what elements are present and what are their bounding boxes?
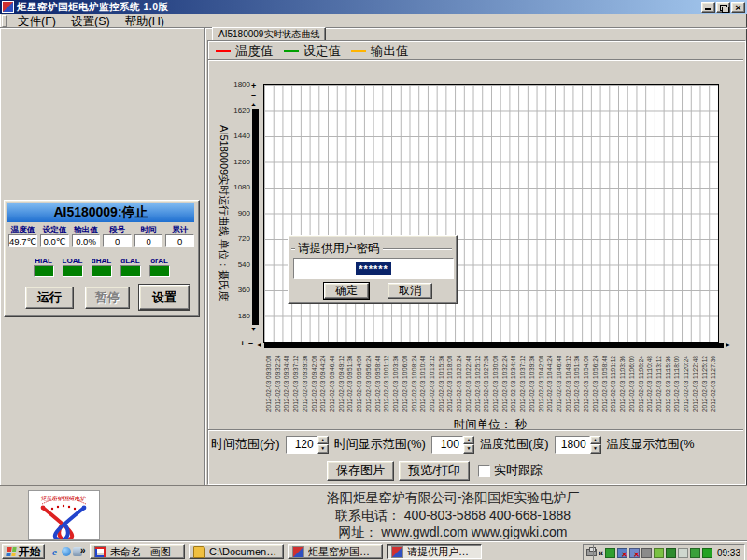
tab-label: AI5180009实时状态曲线 (218, 28, 319, 41)
minimize-button[interactable] (701, 2, 715, 13)
legend-color-dash (284, 50, 299, 52)
sync-icon[interactable] (702, 548, 712, 558)
taskbar-task[interactable]: C:\Documents and Se... (189, 544, 284, 559)
y-scroll-down-icon[interactable]: ▼ (250, 326, 257, 332)
y-scroll-up-icon[interactable]: ▲ (250, 101, 257, 107)
alarm-label: orAL (150, 257, 168, 265)
status-field-value: 0 (165, 234, 194, 247)
x-tick-label: 2012-02-03 10:58:48 (600, 356, 609, 412)
status-panel-title: AI5180009:停止 (7, 203, 194, 222)
x-tick-label: 2012-02-03 09:32:24 (274, 356, 282, 412)
status-field: 时间0 (134, 225, 163, 247)
update-available-icon[interactable] (654, 548, 664, 558)
x-scroll-right-icon[interactable]: ► (725, 342, 731, 348)
alarm-label: LOAL (63, 257, 83, 265)
menu-item[interactable]: 文件(F) (10, 15, 63, 28)
x-tick-label: 2012-02-03 10:10:48 (418, 356, 427, 412)
x-tick-label: 2012-02-03 10:51:36 (572, 356, 581, 412)
quicklaunch-expand-chevron[interactable]: » (80, 545, 86, 555)
start-label: 开始 (19, 544, 41, 560)
spinner-up-icon[interactable]: ▲ (590, 436, 601, 445)
y-tick-label: 1800 (224, 80, 250, 89)
x-zoom-in-button[interactable]: + (240, 340, 245, 348)
y-tick-label: 1440 (224, 132, 250, 140)
removable-drive-icon[interactable] (678, 548, 688, 558)
status-field-label: 时间 (141, 225, 157, 234)
display-error-icon[interactable]: ✕ (629, 548, 640, 558)
x-tick-label: 2012-02-03 10:18:00 (445, 356, 454, 412)
menu-item[interactable]: 帮助(H) (118, 15, 172, 28)
x-tick-label: 2012-02-03 11:18:00 (672, 356, 681, 412)
status-field: 输出值0.0% (72, 225, 101, 247)
close-button[interactable]: × (731, 2, 745, 13)
taskbar-task-label: C:\Documents and Se... (209, 546, 279, 557)
y-tick-label: 720 (224, 234, 250, 243)
x-tick-label: 2012-02-03 10:15:36 (437, 356, 445, 412)
start-button[interactable]: 开始 (2, 544, 45, 559)
save-image-button[interactable]: 保存图片 (327, 461, 394, 481)
alarm-indicator: dHAL (92, 257, 112, 277)
network-monitors-icon[interactable] (690, 548, 700, 558)
taskbar-task[interactable]: 请提供用户密码 (387, 544, 482, 559)
x-tick-label: 2012-02-03 10:27:36 (482, 356, 490, 412)
setup-button[interactable]: 设置 (139, 285, 190, 310)
company-name: 洛阳炬星窑炉有限公司-洛阳国炬实验电炉厂 (168, 489, 738, 507)
x-tick-label: 2012-02-03 10:30:00 (491, 356, 500, 412)
pause-button[interactable]: 暂停 (85, 287, 130, 309)
status-field-value: 0.0% (72, 234, 101, 247)
x-tick-label: 2012-02-03 11:01:12 (609, 356, 617, 412)
app-window: 炬星窑炉国炬电炉监控系统 1.0版 × 文件(F)设置(S)帮助(H) AI51… (0, 0, 747, 560)
alarm-lamp (34, 265, 54, 277)
taskbar-task[interactable]: 未命名 - 画图 (90, 544, 185, 559)
y-zoom-in-button[interactable]: + (251, 82, 256, 91)
taskbar-task[interactable]: 炬星窑炉国炬电炉监... (288, 544, 383, 559)
realtime-track-checkbox[interactable] (478, 465, 490, 477)
x-tick-label: 2012-02-03 10:22:48 (464, 356, 472, 412)
spinner-down-icon[interactable]: ▼ (317, 444, 329, 454)
taskbar: 开始 e » 未命名 - 画图C:\Documents and Se...炬星窑… (0, 541, 747, 560)
x-tick-label: 2012-02-03 10:44:24 (545, 356, 554, 412)
x-tick-label: 2012-02-03 10:20:24 (455, 356, 463, 412)
network-disconnected-icon[interactable]: ✕ (617, 548, 627, 558)
spinner-up-icon[interactable]: ▲ (317, 436, 329, 445)
x-zoom-out-button[interactable]: – (248, 340, 253, 348)
password-input[interactable]: ****** (293, 258, 454, 279)
spinner-down-icon[interactable]: ▼ (463, 444, 474, 454)
security-shield-icon[interactable] (666, 548, 676, 558)
spinner-value[interactable]: 100 (431, 436, 463, 454)
status-field: 温度值49.7℃ (8, 225, 37, 247)
x-tick-label: 2012-02-03 10:42:00 (537, 356, 545, 412)
app-icon (292, 546, 304, 558)
y-axis-slider[interactable] (252, 109, 259, 325)
signal-bars-icon[interactable] (641, 548, 652, 558)
restore-button[interactable] (716, 2, 730, 13)
status-field-label: 设定值 (43, 225, 67, 234)
minimize-icon (705, 8, 711, 10)
x-tick-label: 2012-02-03 11:08:24 (637, 356, 645, 412)
y-zoom-out-button[interactable]: – (251, 91, 256, 100)
y-tick-label: 180 (224, 312, 250, 320)
x-scroll-left-icon[interactable]: ◄ (256, 342, 262, 348)
menu-grip[interactable] (2, 15, 7, 27)
app-icon (2, 1, 14, 13)
legend-label: 设定值 (303, 43, 342, 60)
tray-collapse-chevron[interactable]: « (598, 548, 603, 558)
print-preview-button[interactable]: 预览/打印 (399, 461, 470, 481)
status-field: 累计0 (165, 225, 194, 247)
spinner-value[interactable]: 120 (286, 436, 317, 454)
run-button[interactable]: 运行 (25, 287, 74, 309)
pane-splitter[interactable] (204, 28, 206, 485)
menu-item[interactable]: 设置(S) (63, 15, 118, 28)
spinner-value[interactable]: 1800 (555, 436, 590, 454)
ok-button[interactable]: 确定 (324, 283, 369, 299)
green-service-icon[interactable] (605, 548, 615, 558)
spinner-down-icon[interactable]: ▼ (590, 444, 601, 454)
taskbar-task-label: 炬星窑炉国炬电炉监... (308, 545, 378, 559)
spinner-up-icon[interactable]: ▲ (463, 436, 474, 445)
x-axis-slider[interactable] (264, 343, 724, 348)
spinner-2: 1800▲▼ (555, 436, 601, 454)
x-tick-label: 2012-02-03 11:13:12 (655, 356, 663, 412)
cancel-button[interactable]: 取消 (388, 283, 432, 299)
menu-bar: 文件(F)设置(S)帮助(H) (0, 14, 747, 28)
legend-item: 设定值 (284, 43, 342, 60)
